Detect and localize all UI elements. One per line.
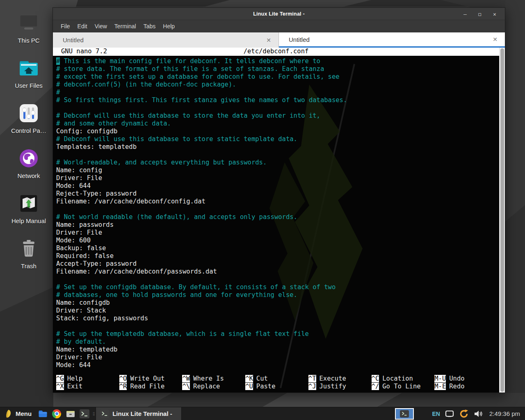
archive-manager-launcher[interactable] (64, 407, 78, 420)
desktop-icon-network[interactable]: Network (6, 147, 52, 179)
buffer-line: Filename: /var/cache/debconf/config.dat (56, 198, 499, 205)
taskbar-handle[interactable]: ⁞⁞ (91, 407, 96, 420)
nano-shortcut: M-ERedo (434, 383, 498, 390)
task-button-terminal[interactable]: Linux Lite Terminal - (96, 407, 182, 420)
buffer-line: # databases, one to hold passwords and o… (56, 291, 499, 299)
workspace-pager[interactable] (395, 408, 414, 420)
nano-title-bar: GNU nano 7.2 /etc/debconf.conf (53, 48, 499, 56)
shortcut-key: ^G (56, 375, 64, 382)
terminal-launcher[interactable] (78, 407, 91, 420)
buffer-line: # (56, 89, 499, 96)
shortcut-label: Undo (446, 375, 464, 382)
task-button-label: Linux Lite Terminal - (112, 410, 172, 417)
terminal-icon (80, 409, 89, 418)
buffer-line: # Not world readable (the default), and … (56, 213, 499, 221)
shortcut-label: Exit (64, 383, 82, 390)
buffer-line: Templates: templatedb (56, 143, 499, 151)
terminal-window: Linux Lite Terminal - – ◻ ✕ FileEditView… (52, 7, 505, 393)
nano-shortcut: ^UPaste (245, 383, 308, 390)
shortcut-label: Cut (253, 375, 268, 382)
scrollbar[interactable] (499, 48, 505, 393)
menu-tabs[interactable]: Tabs (140, 23, 160, 30)
nano-editor[interactable]: GNU nano 7.2 /etc/debconf.conf # This is… (53, 48, 499, 393)
chrome-icon (52, 409, 61, 418)
menu-help[interactable]: Help (159, 23, 178, 30)
menu-file[interactable]: File (57, 23, 74, 30)
buffer-line (56, 322, 499, 330)
volume-icon[interactable] (474, 410, 483, 418)
buffer-line: # except the first sets up a database fo… (56, 73, 499, 81)
shortcut-label: Help (64, 375, 82, 382)
tab-untitled-1[interactable]: Untitled ✕ (53, 32, 279, 48)
shortcut-label: Redo (446, 383, 464, 390)
shortcut-label: Read File (127, 383, 164, 390)
shortcut-label: Execute (316, 375, 346, 382)
buffer-line: Config: configdb (56, 128, 499, 135)
desktop-icon-this-pc[interactable]: This PC (6, 11, 52, 44)
display-tray-icon[interactable] (445, 410, 454, 418)
system-tray: EN 2:49:36 pm (432, 409, 525, 419)
buffer-line: Driver: File (56, 229, 499, 237)
menu-view[interactable]: View (91, 23, 111, 30)
tab-label: Untitled (289, 36, 310, 43)
taskbar: Menu (0, 407, 525, 420)
nano-shortcut: ^GHelp (56, 375, 119, 383)
nano-shortcut: ^KCut (245, 375, 308, 383)
shortcut-label: Justify (316, 383, 346, 390)
buffer-line: # Set up the configdb database. By defau… (56, 283, 499, 291)
scrollbar-thumb[interactable] (500, 48, 504, 392)
desktop: { "window": { "title": "Linux Lite Termi… (0, 0, 525, 420)
shortcut-key: ^O (119, 375, 127, 382)
shortcut-key: ^K (245, 375, 253, 382)
tab-close-icon[interactable]: ✕ (493, 36, 498, 43)
desktop-icon-label: Help Manual (6, 217, 52, 224)
buffer-line: Driver: File (56, 354, 499, 361)
nano-shortcut: ^OWrite Out (119, 375, 183, 383)
shortcut-key: ^R (119, 383, 127, 390)
buffer-line: # Set up the templatedb database, which … (56, 330, 499, 338)
minimize-button[interactable]: – (461, 9, 470, 18)
menu-edit[interactable]: Edit (74, 23, 91, 30)
window-title: Linux Lite Terminal - (253, 11, 305, 17)
shortcut-key: ^U (245, 383, 253, 390)
nano-shortcut: ^TExecute (308, 375, 372, 383)
buffer-line: Backup: false (56, 244, 499, 252)
buffer-line: Filename: /var/cache/debconf/passwords.d… (56, 268, 499, 276)
buffer-line: Mode: 644 (56, 182, 499, 190)
buffer-line: # by default. (56, 338, 499, 346)
shortcut-key: ^\ (182, 383, 190, 390)
control-panel-icon (17, 102, 40, 125)
file-manager-launcher[interactable] (36, 407, 50, 420)
menu-button[interactable]: Menu (0, 407, 36, 420)
keyboard-layout-indicator[interactable]: EN (432, 411, 440, 417)
folder-home-icon (17, 57, 40, 80)
shortcut-label: Paste (253, 383, 276, 390)
buffer-line: Name: config (56, 167, 499, 174)
tab-close-icon[interactable]: ✕ (266, 37, 271, 43)
nano-shortcut: ^CLocation (372, 375, 435, 383)
close-button[interactable]: ✕ (490, 9, 499, 18)
maximize-button[interactable]: ◻ (475, 9, 484, 18)
help-manual-icon (17, 192, 40, 215)
menu-terminal[interactable]: Terminal (111, 23, 140, 30)
desktop-icon-help-manual[interactable]: Help Manual (6, 192, 52, 224)
desktop-icon-trash[interactable]: Trash (6, 237, 52, 269)
buffer-line: # Debconf will use this database to stor… (56, 135, 499, 143)
chrome-launcher[interactable] (50, 407, 64, 420)
terminal-area[interactable]: GNU nano 7.2 /etc/debconf.conf # This is… (53, 48, 505, 393)
update-notifier-icon[interactable] (459, 409, 469, 419)
clock[interactable]: 2:49:36 pm (488, 410, 520, 417)
desktop-icon-control-panel[interactable]: Control Pa… (6, 102, 52, 134)
desktop-icon-user-files[interactable]: User Files (6, 57, 52, 89)
title-bar[interactable]: Linux Lite Terminal - – ◻ ✕ (53, 8, 505, 20)
nano-buffer[interactable]: # This is the main config file for debco… (56, 57, 499, 369)
archive-manager-icon (66, 410, 75, 418)
buffer-line: # store data. The format of this file is… (56, 65, 499, 73)
shortcut-key: M-E (434, 383, 446, 390)
network-globe-icon (17, 147, 40, 170)
shortcut-key: ^W (182, 375, 190, 382)
buffer-line: Driver: File (56, 174, 499, 182)
terminal-icon (100, 410, 109, 418)
tab-untitled-2[interactable]: Untitled ✕ (279, 32, 505, 48)
text-cursor: # (56, 57, 60, 65)
